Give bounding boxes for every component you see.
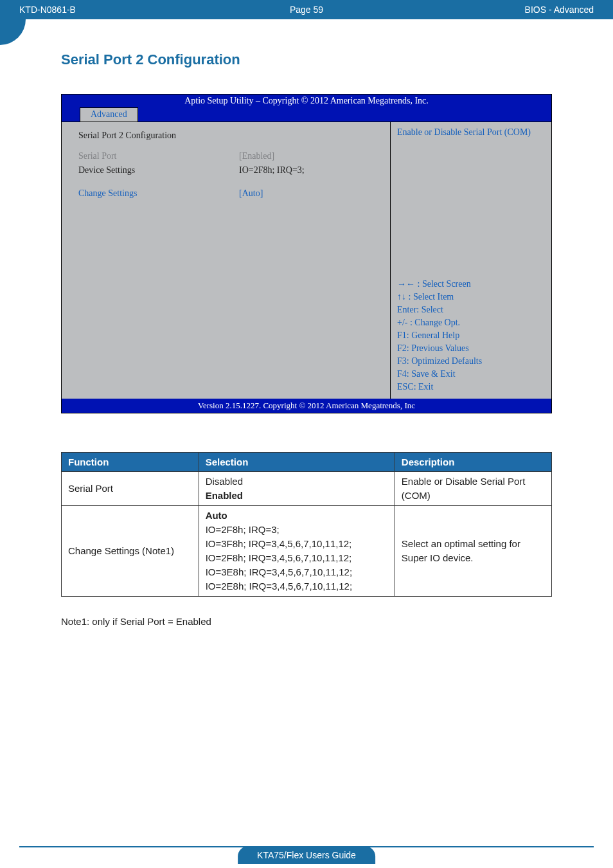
bios-tab-row: Advanced	[62, 107, 551, 122]
th-description: Description	[395, 453, 551, 472]
selection-option: IO=2F8h; IRQ=3,4,5,6,7,10,11,12;	[206, 551, 388, 565]
bios-help-line: Enter: Select	[397, 303, 545, 316]
cell-description: Select an optimal setting for Super IO d…	[395, 506, 551, 597]
bios-setting-value: [Auto]	[239, 186, 380, 201]
bios-title-bar: Aptio Setup Utility – Copyright © 2012 A…	[62, 95, 551, 107]
cell-function: Change Settings (Note1)	[62, 506, 199, 597]
cell-selection: AutoIO=2F8h; IRQ=3;IO=3F8h; IRQ=3,4,5,6,…	[199, 506, 395, 597]
selection-option: IO=3E8h; IRQ=3,4,5,6,7,10,11,12;	[206, 565, 388, 579]
selection-option: Auto	[206, 509, 388, 523]
bios-setting-label: Change Settings	[78, 186, 239, 201]
selection-option: IO=2F8h; IRQ=3;	[206, 523, 388, 537]
bios-key-help: →← : Select Screen↑↓ : Select ItemEnter:…	[397, 278, 545, 393]
bios-setting-row: Serial Port[Enabled]	[78, 149, 380, 163]
cell-function: Serial Port	[62, 472, 199, 506]
table-row: Serial PortDisabledEnabledEnable or Disa…	[62, 472, 552, 506]
bios-help-text: Enable or Disable Serial Port (COM)	[397, 127, 545, 138]
bios-tab-advanced: Advanced	[80, 107, 138, 122]
bios-main-panel: Serial Port 2 Configuration Serial Port[…	[62, 122, 390, 399]
th-function: Function	[62, 453, 199, 472]
footnote: Note1: only if Serial Port = Enabled	[61, 616, 552, 627]
page-footer: KTA75/Flex Users Guide	[0, 846, 613, 868]
table-row: Change Settings (Note1)AutoIO=2F8h; IRQ=…	[62, 506, 552, 597]
cell-selection: DisabledEnabled	[199, 472, 395, 506]
bios-screenshot: Aptio Setup Utility – Copyright © 2012 A…	[61, 94, 552, 413]
bios-footer: Version 2.15.1227. Copyright © 2012 Amer…	[62, 399, 551, 413]
bios-help-line: F3: Optimized Defaults	[397, 355, 545, 368]
bios-help-line: →← : Select Screen	[397, 278, 545, 291]
bios-setting-label: Serial Port	[78, 149, 239, 163]
selection-option: IO=3F8h; IRQ=3,4,5,6,7,10,11,12;	[206, 537, 388, 551]
cell-description: Enable or Disable Serial Port (COM)	[395, 472, 551, 506]
section-name: BIOS - Advanced	[465, 5, 594, 15]
options-table: Function Selection Description Serial Po…	[61, 452, 552, 597]
bios-help-line: ↑↓ : Select Item	[397, 291, 545, 303]
selection-option: Disabled	[206, 475, 388, 489]
bios-help-line: +/- : Change Opt.	[397, 316, 545, 329]
page-title: Serial Port 2 Configuration	[61, 51, 552, 68]
bios-panel-heading: Serial Port 2 Configuration	[78, 129, 239, 143]
bios-setting-value: [Enabled]	[239, 149, 380, 163]
bios-help-panel: Enable or Disable Serial Port (COM) →← :…	[390, 122, 551, 399]
bios-setting-value: IO=2F8h; IRQ=3;	[239, 163, 380, 177]
doc-id: KTD-N0861-B	[19, 5, 148, 15]
bios-setting-row: Device SettingsIO=2F8h; IRQ=3;	[78, 163, 380, 177]
selection-option: Enabled	[206, 489, 388, 503]
page-header: KTD-N0861-B Page 59 BIOS - Advanced	[0, 0, 613, 19]
bios-help-line: F1: General Help	[397, 329, 545, 342]
footer-title: KTA75/Flex Users Guide	[238, 846, 375, 864]
bios-help-line: F2: Previous Values	[397, 342, 545, 355]
bios-setting-label: Device Settings	[78, 163, 239, 177]
page-number: Page 59	[148, 5, 465, 15]
bios-setting-row: Change Settings[Auto]	[78, 186, 380, 201]
bios-help-line: F4: Save & Exit	[397, 368, 545, 381]
th-selection: Selection	[199, 453, 395, 472]
bios-help-line: ESC: Exit	[397, 381, 545, 393]
selection-option: IO=2E8h; IRQ=3,4,5,6,7,10,11,12;	[206, 579, 388, 593]
